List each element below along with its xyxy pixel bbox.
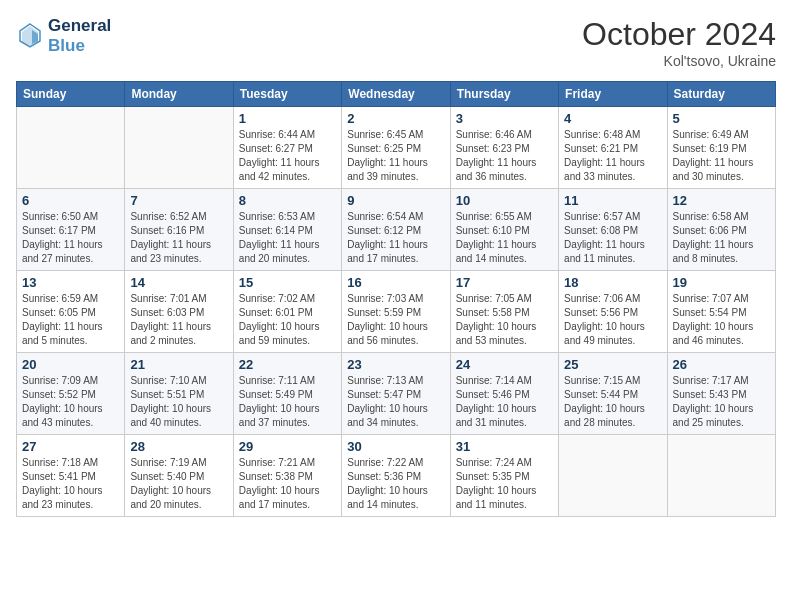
day-info: Sunrise: 7:18 AM Sunset: 5:41 PM Dayligh… xyxy=(22,456,119,512)
day-number: 9 xyxy=(347,193,444,208)
day-number: 31 xyxy=(456,439,553,454)
calendar-cell: 9Sunrise: 6:54 AM Sunset: 6:12 PM Daylig… xyxy=(342,189,450,271)
day-info: Sunrise: 6:45 AM Sunset: 6:25 PM Dayligh… xyxy=(347,128,444,184)
calendar-week-row: 27Sunrise: 7:18 AM Sunset: 5:41 PM Dayli… xyxy=(17,435,776,517)
day-info: Sunrise: 6:53 AM Sunset: 6:14 PM Dayligh… xyxy=(239,210,336,266)
day-number: 5 xyxy=(673,111,770,126)
weekday-header: Thursday xyxy=(450,82,558,107)
day-info: Sunrise: 7:10 AM Sunset: 5:51 PM Dayligh… xyxy=(130,374,227,430)
day-number: 23 xyxy=(347,357,444,372)
day-number: 4 xyxy=(564,111,661,126)
calendar-cell: 7Sunrise: 6:52 AM Sunset: 6:16 PM Daylig… xyxy=(125,189,233,271)
day-info: Sunrise: 7:13 AM Sunset: 5:47 PM Dayligh… xyxy=(347,374,444,430)
calendar-cell: 8Sunrise: 6:53 AM Sunset: 6:14 PM Daylig… xyxy=(233,189,341,271)
day-info: Sunrise: 6:50 AM Sunset: 6:17 PM Dayligh… xyxy=(22,210,119,266)
calendar-cell: 15Sunrise: 7:02 AM Sunset: 6:01 PM Dayli… xyxy=(233,271,341,353)
day-info: Sunrise: 7:24 AM Sunset: 5:35 PM Dayligh… xyxy=(456,456,553,512)
calendar-cell: 20Sunrise: 7:09 AM Sunset: 5:52 PM Dayli… xyxy=(17,353,125,435)
day-info: Sunrise: 6:48 AM Sunset: 6:21 PM Dayligh… xyxy=(564,128,661,184)
day-number: 7 xyxy=(130,193,227,208)
day-number: 14 xyxy=(130,275,227,290)
logo-icon xyxy=(16,22,44,50)
day-info: Sunrise: 7:22 AM Sunset: 5:36 PM Dayligh… xyxy=(347,456,444,512)
calendar-cell: 16Sunrise: 7:03 AM Sunset: 5:59 PM Dayli… xyxy=(342,271,450,353)
calendar-cell: 6Sunrise: 6:50 AM Sunset: 6:17 PM Daylig… xyxy=(17,189,125,271)
day-info: Sunrise: 6:54 AM Sunset: 6:12 PM Dayligh… xyxy=(347,210,444,266)
day-number: 2 xyxy=(347,111,444,126)
calendar-cell: 18Sunrise: 7:06 AM Sunset: 5:56 PM Dayli… xyxy=(559,271,667,353)
day-info: Sunrise: 6:55 AM Sunset: 6:10 PM Dayligh… xyxy=(456,210,553,266)
calendar-cell: 21Sunrise: 7:10 AM Sunset: 5:51 PM Dayli… xyxy=(125,353,233,435)
calendar-cell: 13Sunrise: 6:59 AM Sunset: 6:05 PM Dayli… xyxy=(17,271,125,353)
day-info: Sunrise: 7:15 AM Sunset: 5:44 PM Dayligh… xyxy=(564,374,661,430)
title-block: October 2024 Kol'tsovo, Ukraine xyxy=(582,16,776,69)
calendar-cell: 14Sunrise: 7:01 AM Sunset: 6:03 PM Dayli… xyxy=(125,271,233,353)
logo-line1: General xyxy=(48,16,111,36)
calendar-cell: 24Sunrise: 7:14 AM Sunset: 5:46 PM Dayli… xyxy=(450,353,558,435)
day-info: Sunrise: 6:58 AM Sunset: 6:06 PM Dayligh… xyxy=(673,210,770,266)
day-info: Sunrise: 6:46 AM Sunset: 6:23 PM Dayligh… xyxy=(456,128,553,184)
calendar-cell: 17Sunrise: 7:05 AM Sunset: 5:58 PM Dayli… xyxy=(450,271,558,353)
calendar-cell: 2Sunrise: 6:45 AM Sunset: 6:25 PM Daylig… xyxy=(342,107,450,189)
day-info: Sunrise: 6:49 AM Sunset: 6:19 PM Dayligh… xyxy=(673,128,770,184)
calendar-cell xyxy=(667,435,775,517)
calendar-cell xyxy=(17,107,125,189)
calendar-cell: 5Sunrise: 6:49 AM Sunset: 6:19 PM Daylig… xyxy=(667,107,775,189)
day-number: 22 xyxy=(239,357,336,372)
day-number: 26 xyxy=(673,357,770,372)
calendar-week-row: 1Sunrise: 6:44 AM Sunset: 6:27 PM Daylig… xyxy=(17,107,776,189)
day-number: 25 xyxy=(564,357,661,372)
day-number: 20 xyxy=(22,357,119,372)
day-number: 13 xyxy=(22,275,119,290)
calendar-week-row: 6Sunrise: 6:50 AM Sunset: 6:17 PM Daylig… xyxy=(17,189,776,271)
calendar-cell: 1Sunrise: 6:44 AM Sunset: 6:27 PM Daylig… xyxy=(233,107,341,189)
day-number: 15 xyxy=(239,275,336,290)
calendar-week-row: 13Sunrise: 6:59 AM Sunset: 6:05 PM Dayli… xyxy=(17,271,776,353)
day-number: 12 xyxy=(673,193,770,208)
day-info: Sunrise: 6:59 AM Sunset: 6:05 PM Dayligh… xyxy=(22,292,119,348)
day-info: Sunrise: 7:17 AM Sunset: 5:43 PM Dayligh… xyxy=(673,374,770,430)
logo: General Blue xyxy=(16,16,111,55)
day-info: Sunrise: 7:11 AM Sunset: 5:49 PM Dayligh… xyxy=(239,374,336,430)
calendar-week-row: 20Sunrise: 7:09 AM Sunset: 5:52 PM Dayli… xyxy=(17,353,776,435)
calendar-cell: 3Sunrise: 6:46 AM Sunset: 6:23 PM Daylig… xyxy=(450,107,558,189)
day-number: 10 xyxy=(456,193,553,208)
day-info: Sunrise: 7:03 AM Sunset: 5:59 PM Dayligh… xyxy=(347,292,444,348)
weekday-header: Saturday xyxy=(667,82,775,107)
day-info: Sunrise: 7:14 AM Sunset: 5:46 PM Dayligh… xyxy=(456,374,553,430)
weekday-header-row: SundayMondayTuesdayWednesdayThursdayFrid… xyxy=(17,82,776,107)
calendar-cell: 29Sunrise: 7:21 AM Sunset: 5:38 PM Dayli… xyxy=(233,435,341,517)
location: Kol'tsovo, Ukraine xyxy=(582,53,776,69)
calendar-cell: 26Sunrise: 7:17 AM Sunset: 5:43 PM Dayli… xyxy=(667,353,775,435)
day-number: 24 xyxy=(456,357,553,372)
day-number: 29 xyxy=(239,439,336,454)
day-info: Sunrise: 7:09 AM Sunset: 5:52 PM Dayligh… xyxy=(22,374,119,430)
calendar-cell: 12Sunrise: 6:58 AM Sunset: 6:06 PM Dayli… xyxy=(667,189,775,271)
day-number: 21 xyxy=(130,357,227,372)
day-number: 11 xyxy=(564,193,661,208)
day-info: Sunrise: 7:07 AM Sunset: 5:54 PM Dayligh… xyxy=(673,292,770,348)
weekday-header: Friday xyxy=(559,82,667,107)
calendar-cell: 11Sunrise: 6:57 AM Sunset: 6:08 PM Dayli… xyxy=(559,189,667,271)
calendar-cell: 10Sunrise: 6:55 AM Sunset: 6:10 PM Dayli… xyxy=(450,189,558,271)
day-number: 3 xyxy=(456,111,553,126)
calendar-cell: 27Sunrise: 7:18 AM Sunset: 5:41 PM Dayli… xyxy=(17,435,125,517)
day-number: 19 xyxy=(673,275,770,290)
day-number: 8 xyxy=(239,193,336,208)
day-info: Sunrise: 7:06 AM Sunset: 5:56 PM Dayligh… xyxy=(564,292,661,348)
day-number: 16 xyxy=(347,275,444,290)
calendar-cell xyxy=(559,435,667,517)
calendar-cell: 31Sunrise: 7:24 AM Sunset: 5:35 PM Dayli… xyxy=(450,435,558,517)
weekday-header: Sunday xyxy=(17,82,125,107)
logo-line2: Blue xyxy=(48,36,111,56)
day-number: 1 xyxy=(239,111,336,126)
weekday-header: Wednesday xyxy=(342,82,450,107)
page-header: General Blue October 2024 Kol'tsovo, Ukr… xyxy=(16,16,776,69)
calendar-table: SundayMondayTuesdayWednesdayThursdayFrid… xyxy=(16,81,776,517)
day-info: Sunrise: 7:05 AM Sunset: 5:58 PM Dayligh… xyxy=(456,292,553,348)
calendar-cell: 22Sunrise: 7:11 AM Sunset: 5:49 PM Dayli… xyxy=(233,353,341,435)
day-info: Sunrise: 6:52 AM Sunset: 6:16 PM Dayligh… xyxy=(130,210,227,266)
day-number: 28 xyxy=(130,439,227,454)
day-number: 18 xyxy=(564,275,661,290)
calendar-cell: 25Sunrise: 7:15 AM Sunset: 5:44 PM Dayli… xyxy=(559,353,667,435)
